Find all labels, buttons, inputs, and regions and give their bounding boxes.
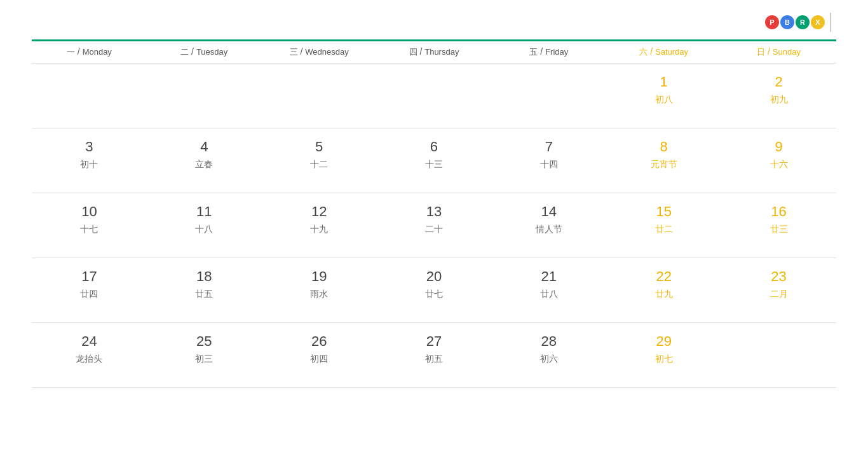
cal-cell: 27初五 bbox=[377, 323, 492, 387]
cal-cell: 0 bbox=[147, 64, 262, 128]
cal-day-number: 6 bbox=[377, 139, 492, 155]
cal-header-cell-monday: 一 / Monday bbox=[32, 41, 147, 63]
cal-cell: 14情人节 bbox=[491, 193, 606, 258]
cal-day-number: 1 bbox=[606, 74, 721, 90]
cal-cell: 26初四 bbox=[262, 323, 377, 387]
cal-day-number: 10 bbox=[32, 203, 147, 220]
cal-header-cell-tuesday: 二 / Tuesday bbox=[147, 41, 262, 63]
logo-top: P B R X bbox=[765, 13, 836, 32]
cal-cell: 10十七 bbox=[32, 193, 147, 258]
cal-lunar-text: 十六 bbox=[721, 159, 836, 170]
cal-day-number: 13 bbox=[377, 203, 492, 220]
cal-lunar-text: 龙抬头 bbox=[32, 354, 147, 365]
cal-day-number: 11 bbox=[147, 203, 262, 220]
cal-cell: 11十八 bbox=[147, 193, 262, 258]
cal-lunar-text: 廿二 bbox=[606, 224, 721, 235]
cal-cell: 15廿二 bbox=[606, 193, 721, 258]
cal-day-number: 8 bbox=[606, 139, 721, 155]
cal-week-2: 3初十4立春5十二6十三7十四8元宵节9十六 bbox=[32, 128, 836, 193]
cal-lunar-text: 十二 bbox=[262, 159, 377, 170]
cal-lunar-text bbox=[377, 94, 492, 106]
cal-cell: 0 bbox=[262, 64, 377, 128]
cal-cell: 7十四 bbox=[491, 128, 606, 193]
cal-cell: 8元宵节 bbox=[606, 128, 721, 193]
cal-day-number: 18 bbox=[147, 268, 262, 285]
cal-day-number: 7 bbox=[491, 139, 606, 155]
cal-lunar-text: 廿五 bbox=[147, 289, 262, 300]
cal-day-number: 26 bbox=[262, 333, 377, 350]
logo-circle-b: B bbox=[780, 15, 794, 29]
cal-day-number: 25 bbox=[147, 333, 262, 350]
cal-cell: 13二十 bbox=[377, 193, 492, 258]
cal-lunar-text: 廿三 bbox=[721, 224, 836, 235]
cal-cell: 25初三 bbox=[147, 323, 262, 387]
cal-cell: 3初十 bbox=[32, 128, 147, 193]
cal-lunar-text: 初九 bbox=[721, 94, 836, 106]
logo-block: P B R X bbox=[765, 13, 836, 33]
cal-lunar-text: 初六 bbox=[491, 354, 606, 365]
cal-cell: 16廿三 bbox=[721, 193, 836, 258]
page: P B R X 一 / Monday二 / Tuesday三 / Wednesd… bbox=[0, 0, 868, 468]
cal-day-number: 4 bbox=[147, 139, 262, 155]
cal-lunar-text bbox=[491, 94, 606, 106]
cal-lunar-text: 初七 bbox=[606, 354, 721, 365]
cal-cell: 17廿四 bbox=[32, 258, 147, 322]
cal-lunar-text bbox=[147, 94, 262, 106]
calendar: 一 / Monday二 / Tuesday三 / Wednesday四 / Th… bbox=[32, 39, 836, 388]
cal-lunar-text: 十九 bbox=[262, 224, 377, 235]
cal-cell: 2初九 bbox=[721, 64, 836, 128]
cal-day-number: 2 bbox=[721, 74, 836, 90]
cal-cell: 22廿九 bbox=[606, 258, 721, 322]
cal-day-number: 27 bbox=[377, 333, 492, 350]
cal-week-1: 0 0 0 0 0 1初八2初九 bbox=[32, 64, 836, 128]
cal-lunar-text: 十七 bbox=[32, 224, 147, 235]
cal-cell: 5十二 bbox=[262, 128, 377, 193]
cal-day-number: 24 bbox=[32, 333, 147, 350]
cal-day-number: 20 bbox=[377, 268, 492, 285]
cal-lunar-text: 二月 bbox=[721, 289, 836, 300]
cal-lunar-text: 十四 bbox=[491, 159, 606, 170]
cal-day-number: 17 bbox=[32, 268, 147, 285]
cal-lunar-text: 二十 bbox=[377, 224, 492, 235]
cal-cell: 0 bbox=[377, 64, 492, 128]
cal-cell: 9十六 bbox=[721, 128, 836, 193]
logo-circle-r: R bbox=[796, 15, 810, 29]
cal-cell: 28初六 bbox=[491, 323, 606, 387]
cal-day-number: 29 bbox=[606, 333, 721, 350]
cal-day-number: 0 bbox=[32, 74, 147, 90]
cal-day-number: 21 bbox=[491, 268, 606, 285]
cal-cell: 0 bbox=[721, 323, 836, 387]
cal-cell: 23二月 bbox=[721, 258, 836, 322]
cal-day-number: 14 bbox=[491, 203, 606, 220]
cal-lunar-text: 初四 bbox=[262, 354, 377, 365]
cal-lunar-text: 廿九 bbox=[606, 289, 721, 300]
cal-lunar-text: 雨水 bbox=[262, 289, 377, 300]
cal-cell: 20廿七 bbox=[377, 258, 492, 322]
cal-lunar-text: 廿八 bbox=[491, 289, 606, 300]
cal-cell: 1初八 bbox=[606, 64, 721, 128]
cal-week-5: 24龙抬头25初三26初四27初五28初六29初七0 bbox=[32, 323, 836, 388]
cal-day-number: 3 bbox=[32, 139, 147, 155]
logo-icons: P B R X bbox=[765, 15, 825, 29]
logo-circle-x: X bbox=[811, 15, 825, 29]
cal-lunar-text: 立春 bbox=[147, 159, 262, 170]
cal-cell: 12十九 bbox=[262, 193, 377, 258]
cal-lunar-text: 廿七 bbox=[377, 289, 492, 300]
cal-week-3: 10十七11十八12十九13二十14情人节15廿二16廿三 bbox=[32, 193, 836, 258]
cal-lunar-text: 十八 bbox=[147, 224, 262, 235]
cal-lunar-text: 廿四 bbox=[32, 289, 147, 300]
cal-cell: 24龙抬头 bbox=[32, 323, 147, 387]
cal-day-number: 15 bbox=[606, 203, 721, 220]
cal-day-number: 0 bbox=[721, 333, 836, 350]
logo-divider bbox=[830, 13, 831, 32]
logo-circle-p: P bbox=[765, 15, 779, 29]
calendar-body: 0 0 0 0 0 1初八2初九3初十4立春5十二6十三7十四8元宵节9十六10… bbox=[32, 64, 836, 388]
cal-lunar-text bbox=[262, 94, 377, 106]
cal-cell: 19雨水 bbox=[262, 258, 377, 322]
cal-lunar-text: 初十 bbox=[32, 159, 147, 170]
cal-day-number: 12 bbox=[262, 203, 377, 220]
cal-header-cell-friday: 五 / Friday bbox=[491, 41, 606, 63]
cal-day-number: 0 bbox=[147, 74, 262, 90]
calendar-header: 一 / Monday二 / Tuesday三 / Wednesday四 / Th… bbox=[32, 39, 836, 64]
cal-day-number: 16 bbox=[721, 203, 836, 220]
